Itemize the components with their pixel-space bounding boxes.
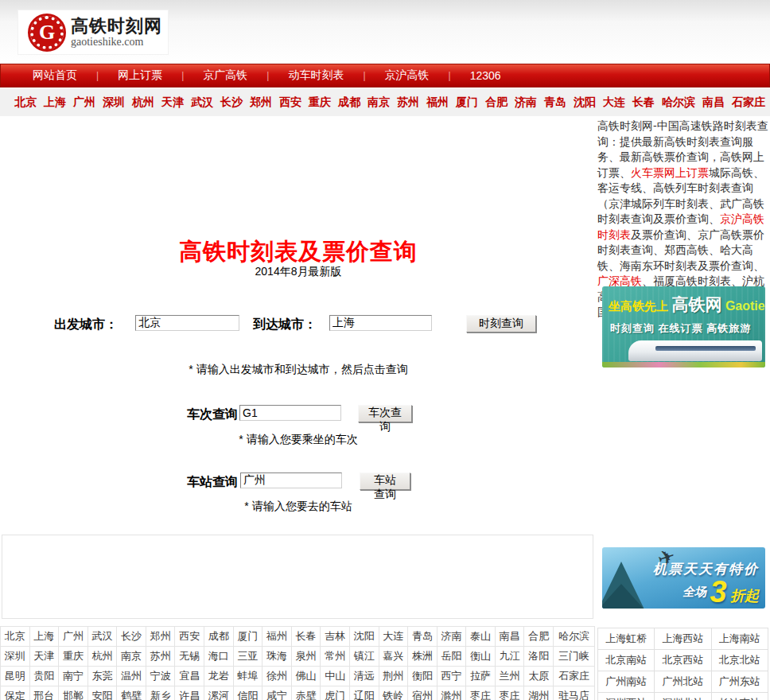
city-cell[interactable]: 三亚 [233,647,262,667]
city-cell[interactable]: 南宁 [59,667,88,686]
city-cell[interactable]: 咸宁 [262,686,292,700]
city-link-12[interactable]: 成都 [338,95,360,110]
city-cell[interactable]: 安阳 [88,686,117,700]
city-cell[interactable]: 合肥 [524,627,554,647]
city-cell[interactable]: 株洲 [408,647,438,667]
city-cell[interactable]: 沈阳 [349,627,379,647]
city-cell[interactable]: 上海 [29,627,59,647]
city-cell[interactable]: 郑州 [146,627,175,647]
city-cell[interactable]: 济南 [437,627,466,647]
nav-item-4[interactable]: 动车时刻表 [269,68,363,83]
train-no-input[interactable] [239,405,341,421]
city-link-19[interactable]: 青岛 [544,95,566,110]
station-cell[interactable]: 上海南站 [711,628,768,650]
city-link-10[interactable]: 西安 [279,95,301,110]
city-cell[interactable]: 石家庄 [553,667,594,686]
city-cell[interactable]: 荆州 [379,667,408,686]
city-cell[interactable]: 许昌 [175,686,204,700]
city-cell[interactable]: 海口 [204,647,234,667]
city-cell[interactable]: 嘉兴 [379,647,408,667]
city-cell[interactable]: 徐州 [262,667,292,686]
city-link-6[interactable]: 天津 [161,95,184,110]
city-cell[interactable]: 虎门 [321,686,350,700]
gaotie-ad-banner[interactable]: 坐高铁先上 高铁网 Gaotie.cn 时刻查询 在线订票 高铁旅游 [602,286,765,368]
city-cell[interactable]: 西宁 [437,667,466,686]
city-link-2[interactable]: 上海 [44,95,66,110]
city-cell[interactable]: 泉州 [291,647,321,667]
train-query-button[interactable]: 车次查询 [358,405,412,422]
city-link-3[interactable]: 广州 [73,95,95,110]
city-cell[interactable]: 宿州 [408,686,438,700]
station-cell[interactable]: 广州东站 [711,671,768,693]
city-cell[interactable]: 福州 [262,627,292,647]
city-cell[interactable]: 重庆 [59,647,88,667]
city-link-1[interactable]: 北京 [14,95,37,110]
city-cell[interactable]: 吉林 [321,627,350,647]
city-cell[interactable]: 成都 [204,627,234,647]
city-cell[interactable]: 南京 [117,647,146,667]
city-cell[interactable]: 漯河 [204,686,234,700]
city-cell[interactable]: 广州 [59,627,88,647]
city-cell[interactable]: 邯郸 [59,686,88,700]
city-cell[interactable]: 厦门 [233,627,262,647]
sidebar-intro-link[interactable]: 广深高铁 [597,274,642,287]
city-cell[interactable]: 保定 [1,686,30,700]
city-cell[interactable]: 温州 [117,667,146,686]
city-cell[interactable]: 中山 [321,667,350,686]
station-cell[interactable]: 北京南站 [598,650,655,671]
timetable-query-button[interactable]: 时刻查询 [466,315,536,332]
nav-item-3[interactable]: 京广高铁 [184,68,266,83]
city-cell[interactable]: 赤壁 [291,686,321,700]
city-cell[interactable]: 苏州 [146,647,175,667]
city-cell[interactable]: 邢台 [29,686,59,700]
sidebar-intro-link[interactable]: 火车票网上订票 [631,166,709,179]
city-link-21[interactable]: 大连 [603,95,625,110]
city-cell[interactable]: 佛山 [291,667,321,686]
city-cell[interactable]: 泰山 [466,627,496,647]
city-cell[interactable]: 青岛 [408,627,438,647]
city-cell[interactable]: 常州 [321,647,350,667]
city-cell[interactable]: 枣庄 [495,686,524,700]
city-link-22[interactable]: 长春 [632,95,655,110]
station-cell[interactable]: 上海虹桥 [598,628,655,650]
city-cell[interactable]: 滁州 [437,686,466,700]
city-cell[interactable]: 杭州 [88,647,117,667]
city-cell[interactable]: 长春 [291,627,321,647]
city-cell[interactable]: 蚌埠 [233,667,262,686]
city-cell[interactable]: 鹤壁 [117,686,146,700]
city-cell[interactable]: 贵阳 [29,667,59,686]
nav-item-2[interactable]: 网上订票 [99,68,181,83]
station-cell[interactable]: 长沙南站 [711,693,768,700]
city-cell[interactable]: 南昌 [495,627,524,647]
city-cell[interactable]: 珠海 [262,647,292,667]
city-cell[interactable]: 枣庄 [466,686,496,700]
city-link-23[interactable]: 哈尔滨 [662,95,695,110]
city-cell[interactable]: 辽阳 [349,686,379,700]
city-link-16[interactable]: 厦门 [456,95,478,110]
city-link-5[interactable]: 杭州 [132,95,154,110]
city-cell[interactable]: 洛阳 [524,647,554,667]
station-input[interactable] [240,472,342,488]
city-cell[interactable]: 深圳 [1,647,30,667]
city-link-25[interactable]: 石家庄 [732,95,765,110]
city-cell[interactable]: 兰州 [495,667,524,686]
city-cell[interactable]: 衡阳 [408,667,438,686]
city-link-11[interactable]: 重庆 [309,95,331,110]
city-link-24[interactable]: 南昌 [702,95,725,110]
city-cell[interactable]: 岳阳 [437,647,466,667]
city-cell[interactable]: 湖州 [524,686,554,700]
city-cell[interactable]: 驻马店 [553,686,594,700]
from-city-input[interactable] [135,315,239,331]
city-cell[interactable]: 铁岭 [379,686,408,700]
city-cell[interactable]: 武汉 [88,627,117,647]
city-link-18[interactable]: 济南 [515,95,537,110]
city-cell[interactable]: 昆明 [1,667,30,686]
city-cell[interactable]: 信阳 [233,686,262,700]
city-cell[interactable]: 衡山 [466,647,496,667]
nav-item-1[interactable]: 网站首页 [14,68,96,83]
nav-item-5[interactable]: 京沪高铁 [366,68,449,83]
city-cell[interactable]: 天津 [29,647,59,667]
city-link-9[interactable]: 郑州 [250,95,272,110]
city-cell[interactable]: 龙岩 [204,667,234,686]
city-cell[interactable]: 大连 [379,627,408,647]
